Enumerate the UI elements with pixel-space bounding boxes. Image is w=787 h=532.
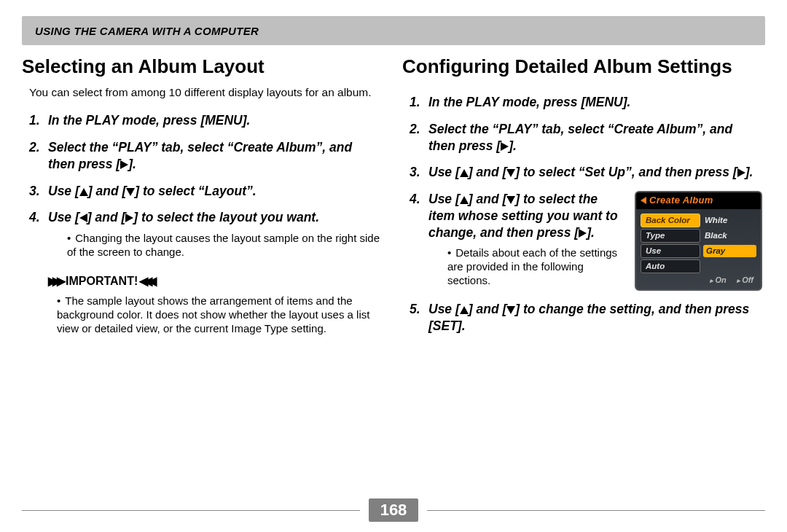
triangle-right-icon <box>125 214 133 222</box>
step-item: 1.In the PLAY mode, press [MENU]. <box>29 112 382 129</box>
step-item: 5.Use [] and [] to change the setting, a… <box>410 301 762 335</box>
lcd-left-cell: Type <box>641 229 700 243</box>
step-number: 2. <box>29 139 48 173</box>
lcd-title: Create Album <box>636 192 761 209</box>
step-number: 4. <box>29 209 48 259</box>
footer-rule-left <box>22 510 360 511</box>
important-text: The sample layout shows the arrangement … <box>57 294 382 336</box>
step-text: Use [] and [] to select “Layout”. <box>48 184 257 198</box>
triangle-down-icon <box>506 306 515 314</box>
lcd-row: Back Color White <box>636 212 761 227</box>
lcd-screenshot: Create Album Back Color White Type Black… <box>635 191 762 291</box>
footer-rule-right <box>427 510 765 511</box>
step-text: Use [] and [] to select the layout you w… <box>48 210 319 224</box>
chevron-right-icon: ▶▶▶ <box>48 275 61 287</box>
step-item: 3.Use [] and [] to select “Set Up”, and … <box>410 164 762 181</box>
step-item: 2.Select the “PLAY” tab, select “Create … <box>29 139 382 173</box>
triangle-right-icon <box>737 168 745 177</box>
two-column-layout: Selecting an Album Layout You can select… <box>22 55 765 345</box>
step-item: 4.Use [] and [] to select the item whose… <box>410 191 762 291</box>
step-text: In the PLAY mode, press [MENU]. <box>48 113 250 128</box>
lcd-right-cell: White <box>703 215 756 226</box>
lcd-right-cell: Gray <box>703 245 756 257</box>
step-sub: Details about each of the settings are p… <box>428 246 626 287</box>
triangle-down-icon <box>126 188 135 196</box>
page-footer: 168 <box>22 498 765 522</box>
step-text: Use [] and [] to change the setting, and… <box>428 302 749 333</box>
important-list: The sample layout shows the arrangement … <box>48 294 382 336</box>
left-steps-list: 1.In the PLAY mode, press [MENU].2.Selec… <box>22 112 382 259</box>
step-number: 2. <box>410 121 428 154</box>
important-block: ▶▶▶IMPORTANT!◀◀◀ The sample layout shows… <box>22 274 382 336</box>
triangle-left-icon <box>641 197 646 204</box>
step-text: Select the “PLAY” tab, select “Create Al… <box>48 140 352 171</box>
triangle-right-icon <box>579 229 587 238</box>
lcd-row: Use Gray <box>636 243 761 258</box>
step-item: 3.Use [] and [] to select “Layout”. <box>29 183 382 200</box>
step-text: Use [] and [] to select the item whose s… <box>428 192 618 240</box>
important-heading: ▶▶▶IMPORTANT!◀◀◀ <box>48 274 382 288</box>
triangle-right-icon <box>501 142 509 151</box>
triangle-down-icon <box>506 196 515 204</box>
triangle-right-icon <box>120 160 128 169</box>
triangle-left-icon <box>79 214 87 222</box>
right-title: Configuring Detailed Album Settings <box>402 55 762 78</box>
section-header: USING THE CAMERA WITH A COMPUTER <box>22 16 765 45</box>
lcd-right-cell: Black <box>703 230 756 241</box>
lcd-row: Type Black <box>636 227 761 243</box>
step-text: Use [] and [] to select “Set Up”, and th… <box>428 165 753 179</box>
step-text: In the PLAY mode, press [MENU]. <box>428 95 630 109</box>
triangle-up-icon <box>460 306 469 314</box>
step-sub: Changing the layout causes the layout sa… <box>48 232 382 259</box>
left-intro: You can select from among 10 different d… <box>22 85 382 99</box>
triangle-up-icon <box>460 169 469 177</box>
page-number: 168 <box>369 498 419 522</box>
lcd-row: Auto <box>636 258 761 273</box>
step-number: 3. <box>410 164 428 181</box>
step-item: 4.Use [] and [] to select the layout you… <box>29 209 382 259</box>
step-number: 1. <box>29 112 48 129</box>
step-item: 2.Select the “PLAY” tab, select “Create … <box>410 121 762 154</box>
chevron-left-icon: ◀◀◀ <box>139 275 152 287</box>
triangle-up-icon <box>460 196 469 204</box>
step-number: 4. <box>410 191 428 291</box>
step-number: 1. <box>410 94 428 111</box>
section-header-text: USING THE CAMERA WITH A COMPUTER <box>35 25 259 37</box>
triangle-up-icon <box>79 188 88 196</box>
triangle-down-icon <box>506 169 515 177</box>
step-item: 1.In the PLAY mode, press [MENU]. <box>410 94 762 111</box>
lcd-left-cell: Auto <box>641 259 700 273</box>
step-text: Select the “PLAY” tab, select “Create Al… <box>428 122 732 153</box>
left-column: Selecting an Album Layout You can select… <box>22 55 382 345</box>
right-steps-list: 1.In the PLAY mode, press [MENU].2.Selec… <box>402 94 762 335</box>
left-title: Selecting an Album Layout <box>22 55 382 78</box>
step-number: 5. <box>410 301 428 335</box>
step-number: 3. <box>29 183 48 200</box>
lcd-onoff-row: OnOff <box>636 273 761 286</box>
lcd-left-cell: Use <box>641 244 700 258</box>
lcd-left-cell: Back Color <box>641 214 700 227</box>
right-column: Configuring Detailed Album Settings 1.In… <box>402 55 762 345</box>
